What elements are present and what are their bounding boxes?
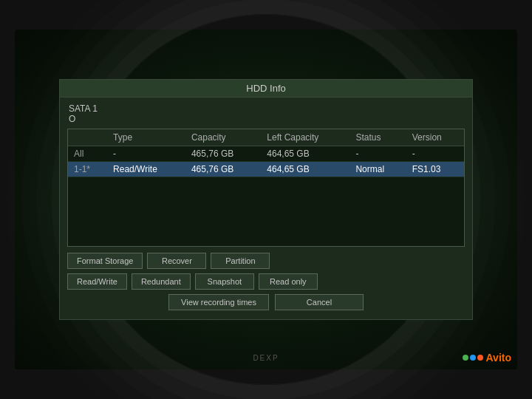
view-recording-times-button[interactable]: View recording times xyxy=(168,294,269,310)
recover-button[interactable]: Recover xyxy=(147,253,206,269)
col-type: Type xyxy=(107,129,185,146)
cancel-button[interactable]: Cancel xyxy=(275,294,364,310)
col-left-capacity: Left Capacity xyxy=(261,129,349,146)
dexp-label: DEXP xyxy=(253,354,279,362)
redundant-button[interactable]: Redundant xyxy=(132,273,191,290)
table-header-row: Type Capacity Left Capacity Status Versi… xyxy=(68,129,464,146)
dialog-title: HDD Info xyxy=(60,80,472,98)
col-label xyxy=(68,129,107,146)
avito-badge: Avito xyxy=(463,352,511,364)
partition-button[interactable]: Partition xyxy=(211,253,270,269)
avito-logo: Avito xyxy=(486,352,511,364)
col-status: Status xyxy=(349,129,406,146)
avito-dots xyxy=(463,355,483,361)
buttons-row-1: Format Storage Recover Partition xyxy=(67,253,465,269)
format-storage-button[interactable]: Format Storage xyxy=(67,253,143,269)
hdd-info-dialog: HDD Info SATA 1 O Type Capacity Left Cap… xyxy=(59,79,473,320)
dot-blue xyxy=(470,355,476,361)
read-only-button[interactable]: Read only xyxy=(259,273,318,290)
monitor-background: HDD Info SATA 1 O Type Capacity Left Cap… xyxy=(15,30,517,369)
hdd-table: Type Capacity Left Capacity Status Versi… xyxy=(68,129,464,177)
read-write-button[interactable]: Read/Write xyxy=(67,273,127,290)
dialog-body: SATA 1 O Type Capacity Left Capacity Sta… xyxy=(60,98,472,319)
col-capacity: Capacity xyxy=(185,129,261,146)
dot-green xyxy=(463,355,468,361)
dot-red xyxy=(477,355,483,361)
buttons-row-2: Read/Write Redundant Snapshot Read only xyxy=(67,273,465,290)
sata-info: SATA 1 O xyxy=(67,103,465,124)
table-row[interactable]: 1-1*Read/Write465,76 GB464,65 GBNormalFS… xyxy=(68,162,464,177)
col-version: Version xyxy=(406,129,464,146)
hdd-table-container: Type Capacity Left Capacity Status Versi… xyxy=(67,129,465,247)
table-row[interactable]: All-465,76 GB464,65 GB-- xyxy=(68,146,464,162)
snapshot-button[interactable]: Snapshot xyxy=(195,273,254,290)
bottom-buttons: View recording times Cancel xyxy=(67,294,465,313)
